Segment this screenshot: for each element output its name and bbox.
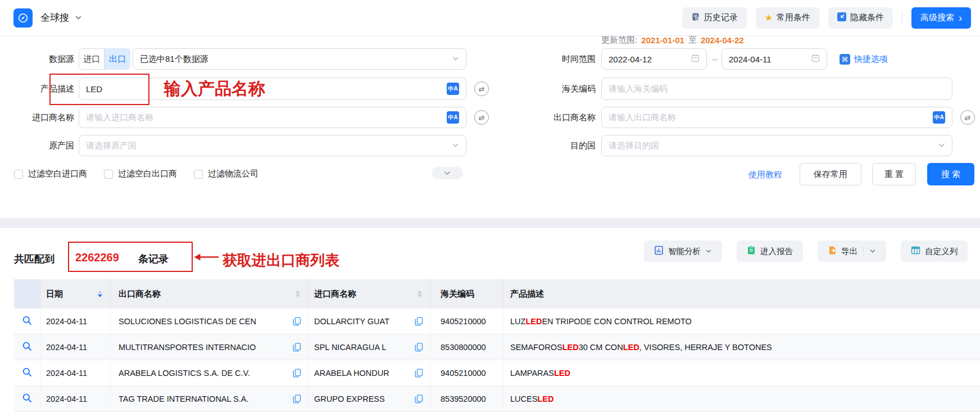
copy-icon[interactable] [415, 369, 423, 378]
section-divider [0, 218, 980, 228]
copy-icon[interactable] [415, 394, 423, 403]
synonym-swap-icon[interactable]: ⇄ [960, 110, 975, 125]
destination-select[interactable]: 请选择目的国 [601, 135, 952, 156]
chevron-down-icon [938, 141, 945, 151]
date-separator: – [709, 48, 720, 70]
copy-icon[interactable] [293, 317, 301, 326]
quick-options-button[interactable]: ⌘ 快捷选项 [840, 54, 888, 65]
annotation-box-count [68, 242, 193, 272]
update-range-from: 2021-01-01 [641, 35, 684, 45]
origin-select[interactable]: 请选择原产国 [79, 135, 466, 156]
table-row[interactable]: 2024-04-11 MULTITRANSPORTES INTERNACIO S… [14, 334, 980, 360]
row-search-cell [14, 308, 40, 334]
date-from-value: 2022-04-12 [609, 55, 652, 64]
translate-icon[interactable]: 中A [447, 111, 459, 124]
date-cell: 2024-04-11 [40, 308, 111, 334]
table-row[interactable]: 2024-04-11 ARABELA LOGISTICS S.A. DE C.V… [14, 360, 980, 386]
split-divider [863, 246, 864, 257]
search-icon[interactable] [22, 393, 32, 405]
save-favorite-button[interactable]: 保存常用 [800, 163, 861, 185]
app-switcher-chevron-icon[interactable] [75, 14, 82, 21]
product-desc-cell: LUZ LED EN TRIPODE CON CONTROL REMOTO [503, 308, 980, 334]
search-icon[interactable] [22, 315, 32, 327]
date-from-input[interactable]: 2022-04-12 [601, 48, 707, 70]
app-logo-icon [13, 8, 33, 28]
translate-icon[interactable]: 中A [447, 83, 459, 95]
tab-export[interactable]: 出口 [105, 48, 130, 70]
tutorial-link[interactable]: 使用教程 [748, 170, 782, 180]
importer-input[interactable]: 请输入进口商名称 中A [79, 107, 466, 128]
checkbox-filter-blank-importer[interactable]: 过滤空白进口商 [14, 169, 87, 179]
calendar-icon [811, 54, 820, 64]
checkbox-label: 过滤物流公司 [208, 169, 258, 179]
search-icon[interactable] [22, 367, 32, 379]
synonym-swap-icon[interactable]: ⇄ [474, 81, 489, 96]
smart-analysis-button[interactable]: 智能分析 [644, 240, 722, 262]
copy-icon[interactable] [293, 369, 301, 378]
hs-code-cell: 8530800000 [430, 334, 503, 360]
update-range-to: 2024-04-22 [701, 35, 744, 45]
hide-conditions-label: 隐藏条件 [850, 12, 884, 23]
collapse-filters-button[interactable] [432, 167, 463, 179]
hide-conditions-button[interactable]: 隐藏条件 [828, 7, 893, 29]
enter-report-label: 进入报告 [760, 246, 793, 257]
checkbox-icon [14, 170, 23, 179]
sort-icon[interactable] [296, 291, 300, 297]
command-icon: ⌘ [840, 54, 850, 65]
date-to-input[interactable]: 2024-04-11 [722, 48, 827, 70]
results-table: 日期 出口商名称 进口商名称 海关编码 产品描述 2024-04-11 [14, 279, 980, 413]
chevron-down-icon[interactable] [869, 248, 876, 255]
exporter-input[interactable]: 请输入出口商名称 中A [601, 107, 952, 128]
translate-icon[interactable]: 中A [933, 111, 945, 124]
datasource-label: 数据源 [7, 48, 74, 70]
product-desc-cell: LAMPARAS LED [503, 360, 980, 385]
datasource-toggle: 进口 出口 [79, 48, 130, 70]
export-button[interactable]: 导出 [818, 240, 886, 262]
search-icon[interactable] [22, 341, 32, 353]
header-date[interactable]: 日期 [40, 279, 111, 308]
checkbox-icon [194, 170, 203, 179]
search-button[interactable]: 搜 索 [927, 163, 974, 185]
checkbox-filter-blank-exporter[interactable]: 过滤空白出口商 [104, 169, 177, 179]
topbar-divider [902, 11, 902, 25]
smart-analysis-label: 智能分析 [668, 246, 701, 257]
sort-icon[interactable] [418, 291, 422, 297]
update-range-label: 更新范围: [601, 35, 637, 46]
exporter-cell: ARABELA LOGISTICS S.A. DE C.V. [111, 360, 308, 385]
arrow-right-icon: › [959, 13, 962, 23]
hs-code-input[interactable]: 请输入海关编码 [601, 78, 952, 100]
table-row[interactable]: 2024-04-11 SOLUCIONES LOGISTICAS DE CEN … [14, 308, 980, 334]
sort-icon[interactable] [98, 291, 102, 297]
favorites-button[interactable]: ★ 常用条件 [756, 7, 819, 29]
copy-icon[interactable] [293, 394, 301, 403]
columns-icon [911, 246, 920, 256]
copy-icon[interactable] [415, 317, 423, 326]
header-importer[interactable]: 进口商名称 [308, 279, 430, 308]
header-exporter[interactable]: 出口商名称 [111, 279, 308, 308]
importer-cell: DOLLARCITY GUAT [308, 308, 430, 334]
row-search-cell [14, 360, 40, 385]
exporter-cell: SOLUCIONES LOGISTICAS DE CEN [111, 308, 308, 334]
synonym-swap-icon[interactable]: ⇄ [474, 110, 489, 125]
copy-icon[interactable] [415, 343, 423, 352]
star-icon: ★ [765, 13, 773, 22]
copy-icon[interactable] [293, 343, 301, 352]
advanced-search-button[interactable]: 高级搜索 › [911, 7, 971, 29]
reset-button[interactable]: 重 置 [872, 163, 916, 185]
customize-columns-button[interactable]: 自定义列 [901, 240, 968, 262]
destination-label: 目的国 [528, 135, 596, 156]
update-range-to-word: 至 [688, 35, 697, 46]
annotation-box-product [49, 74, 149, 105]
chevron-down-icon [452, 141, 459, 151]
checkbox-filter-logistics[interactable]: 过滤物流公司 [194, 169, 258, 179]
history-button[interactable]: 历史记录 [682, 7, 747, 29]
enter-report-button[interactable]: 进入报告 [737, 240, 803, 262]
datasource-select[interactable]: 已选中81个数据源 [133, 48, 466, 70]
quick-options-label: 快捷选项 [854, 54, 888, 65]
table-row[interactable]: 2024-04-11 TAG TRADE INTERNATIONAL S.A. … [14, 386, 980, 412]
history-label: 历史记录 [704, 12, 738, 23]
header-product-desc: 产品描述 [503, 279, 980, 308]
tab-import[interactable]: 进口 [79, 48, 105, 70]
time-range-label: 时间范围 [528, 48, 596, 70]
importer-cell: ARABELA HONDUR [308, 360, 430, 385]
